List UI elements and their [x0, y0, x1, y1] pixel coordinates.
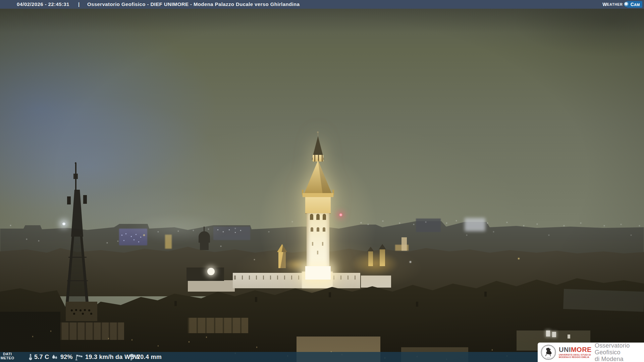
unimore-logo-box: 1175 UNIMORE UNIVERSITÀ DEGLI STUDI DI M…	[538, 343, 644, 362]
seal-year: 1175	[547, 357, 550, 359]
rain-value: 20.4 mm	[137, 352, 162, 362]
camera-lens-icon	[624, 2, 629, 7]
dati-meteo-label: DATI METEO	[0, 352, 15, 360]
humidity-value: 92%	[60, 352, 73, 362]
thermometer-icon	[27, 353, 34, 361]
unimore-subtitle: UNIVERSITÀ DEGLI STUDI DI MODENA E REGGI…	[559, 354, 592, 359]
umbrella-icon	[128, 353, 136, 361]
weathercam-brand: W EATHER C AM	[602, 1, 642, 8]
temperature-value: 5.7 C	[34, 352, 49, 362]
datetime-label: 04/02/2026 - 22:45:31	[17, 0, 69, 9]
windsock-icon	[75, 353, 84, 361]
brand-weather-initial: W	[602, 2, 607, 7]
unimore-more: MORE	[571, 346, 592, 353]
brand-weather-label: EATHER	[607, 2, 623, 6]
vignette	[0, 0, 644, 362]
page-title: Osservatorio Geofisico - DIEF UNIMORE - …	[87, 0, 300, 9]
unimore-seal-icon: 1175	[541, 345, 556, 360]
observatory-name: Osservatorio Geofisico di Modena	[595, 342, 644, 362]
brand-cam-label: AM	[634, 3, 640, 7]
top-status-bar: 04/02/2026 - 22:45:31 | Osservatorio Geo…	[0, 0, 644, 9]
water-drops-icon	[51, 353, 58, 361]
separator: |	[78, 0, 80, 9]
brand-cam-initial: C	[631, 2, 634, 7]
unimore-wordmark: UNIMORE UNIVERSITÀ DEGLI STUDI DI MODENA…	[559, 346, 592, 359]
unimore-uni: UNI	[559, 346, 571, 353]
webcam-viewport: 04/02/2026 - 22:45:31 | Osservatorio Geo…	[0, 0, 644, 362]
